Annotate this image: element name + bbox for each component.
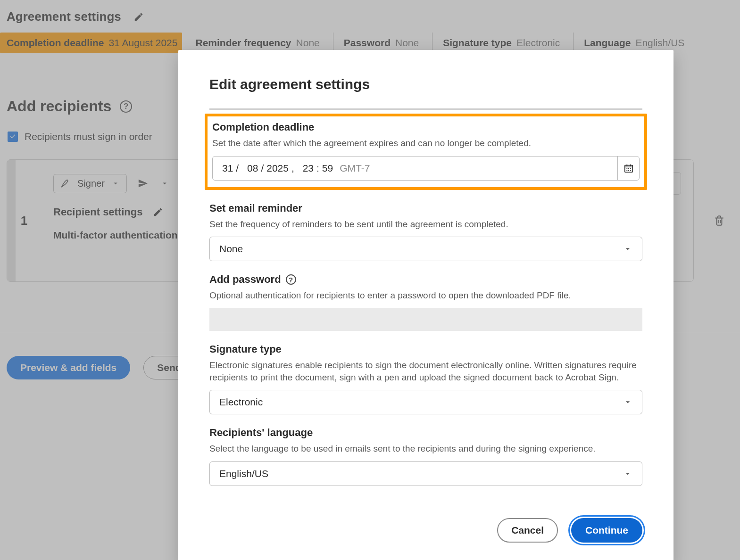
chip-value: English/US	[635, 37, 684, 49]
pen-icon	[60, 178, 71, 189]
add-recipients-title: Add recipients	[7, 98, 111, 115]
drag-handle[interactable]	[7, 160, 16, 281]
deadline-day: 31	[222, 163, 233, 174]
add-password-label: Add password	[209, 273, 281, 286]
recipients-language-select[interactable]: English/US	[209, 461, 642, 486]
chip-value: Electronic	[516, 37, 560, 49]
role-label: Signer	[77, 178, 105, 189]
open-calendar-button[interactable]	[617, 156, 639, 180]
cancel-button[interactable]: Cancel	[497, 518, 558, 543]
chevron-down-icon	[623, 244, 632, 254]
deadline-minute: 59	[322, 163, 333, 174]
recipients-language-section: Recipients' language Select the language…	[209, 427, 642, 486]
signature-type-select[interactable]: Electronic	[209, 390, 642, 414]
modal-footer: Cancel Continue	[209, 518, 642, 543]
edit-settings-pencil-icon[interactable]	[133, 12, 144, 22]
agreement-settings-header: Agreement settings	[7, 0, 733, 33]
continue-button[interactable]: Continue	[571, 518, 642, 543]
signature-type-section: Signature type Electronic signatures ena…	[209, 343, 642, 414]
chip-label: Reminder frequency	[195, 37, 291, 49]
recipient-settings-label: Recipient settings	[53, 206, 142, 218]
add-password-desc: Optional authentication for recipients t…	[209, 289, 642, 302]
modal-title: Edit agreement settings	[209, 76, 642, 92]
recipient-role-dropdown[interactable]: Signer	[53, 174, 127, 193]
sign-in-order-label: Recipients must sign in order	[25, 131, 152, 142]
edit-agreement-settings-modal: Edit agreement settings Completion deadl…	[178, 50, 673, 560]
sign-in-order-checkbox[interactable]	[8, 132, 18, 142]
signature-type-desc: Electronic signatures enable recipients …	[209, 359, 642, 383]
chip-completion-deadline[interactable]: Completion deadline 31 August 2025	[0, 33, 182, 53]
recipients-language-desc: Select the language to be used in emails…	[209, 443, 642, 455]
recipient-order-column: 1	[7, 160, 41, 281]
recipients-language-label: Recipients' language	[209, 427, 642, 439]
chip-label: Password	[344, 37, 391, 49]
email-reminder-section: Set email reminder Set the frequency of …	[209, 202, 642, 262]
email-reminder-desc: Set the frequency of reminders to be sen…	[209, 218, 642, 231]
chevron-down-icon	[623, 397, 632, 407]
email-reminder-label: Set email reminder	[209, 202, 642, 214]
deadline-date-text[interactable]: 31/ 08/ 2025, 23: 59 GMT-7	[213, 163, 617, 174]
modal-top-rule	[209, 108, 642, 110]
completion-deadline-section: Completion deadline Set the date after w…	[205, 114, 647, 190]
chip-label: Language	[584, 37, 631, 49]
chevron-down-icon	[623, 469, 632, 478]
recipients-language-value: English/US	[219, 468, 268, 479]
deadline-timezone: GMT-7	[340, 163, 370, 174]
completion-deadline-field[interactable]: 31/ 08/ 2025, 23: 59 GMT-7	[212, 156, 640, 181]
help-icon[interactable]: ?	[286, 274, 296, 285]
completion-deadline-label: Completion deadline	[212, 121, 640, 133]
add-password-section: Add password ? Optional authentication f…	[209, 273, 642, 331]
deadline-hour: 23	[303, 163, 314, 174]
chevron-down-icon	[111, 179, 120, 188]
chip-value: None	[395, 37, 419, 49]
agreement-settings-title: Agreement settings	[7, 9, 121, 24]
deadline-year: 2025	[266, 163, 289, 174]
chip-label: Completion deadline	[0, 37, 104, 49]
send-icon[interactable]	[137, 178, 149, 189]
edit-recipient-pencil-icon[interactable]	[153, 207, 163, 217]
email-reminder-value: None	[219, 243, 243, 255]
signature-type-label: Signature type	[209, 343, 642, 355]
email-reminder-select[interactable]: None	[209, 237, 642, 261]
delete-recipient-icon[interactable]	[713, 214, 725, 227]
deadline-month: 08	[247, 163, 258, 174]
chevron-down-icon[interactable]	[159, 178, 170, 189]
completion-deadline-desc: Set the date after which the agreement e…	[212, 137, 640, 149]
chip-value: None	[296, 37, 320, 49]
recipient-order-number: 1	[21, 214, 27, 228]
password-input[interactable]	[209, 308, 642, 331]
help-icon[interactable]: ?	[120, 100, 132, 113]
chip-label: Signature type	[443, 37, 512, 49]
preview-add-fields-button[interactable]: Preview & add fields	[7, 356, 130, 379]
signature-type-value: Electronic	[219, 396, 263, 408]
calendar-icon	[624, 163, 634, 173]
chip-value: 31 August 2025	[109, 37, 178, 49]
